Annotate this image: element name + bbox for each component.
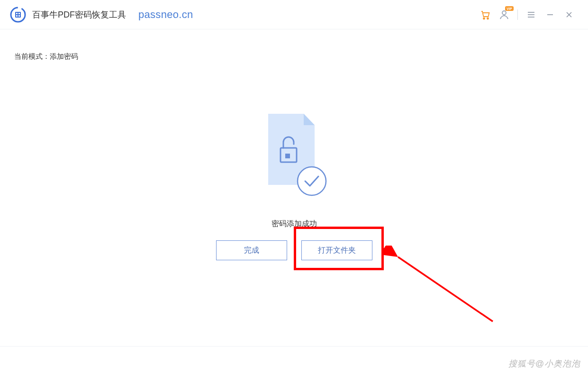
app-title: 百事牛PDF密码恢复工具 bbox=[32, 9, 126, 20]
titlebar: 百事牛PDF密码恢复工具 passneo.cn VIP bbox=[0, 0, 588, 29]
minimize-icon[interactable] bbox=[541, 5, 560, 24]
svg-rect-4 bbox=[16, 15, 18, 17]
svg-point-6 bbox=[483, 18, 485, 19]
status-text: 密码添加成功 bbox=[271, 219, 317, 229]
svg-text:VIP: VIP bbox=[507, 7, 512, 10]
user-vip-icon[interactable]: VIP bbox=[495, 5, 514, 24]
svg-rect-1 bbox=[15, 12, 21, 18]
titlebar-divider bbox=[517, 9, 518, 20]
titlebar-left: 百事牛PDF密码恢复工具 passneo.cn bbox=[9, 6, 193, 23]
app-domain: passneo.cn bbox=[138, 9, 193, 21]
close-icon[interactable] bbox=[560, 5, 579, 24]
svg-point-7 bbox=[487, 18, 488, 19]
mode-label: 当前模式：添加密码 bbox=[14, 52, 78, 61]
svg-rect-5 bbox=[18, 15, 20, 17]
svg-rect-18 bbox=[285, 154, 290, 158]
footer-divider bbox=[0, 346, 588, 347]
cart-icon[interactable] bbox=[476, 5, 495, 24]
open-folder-button[interactable]: 打开文件夹 bbox=[301, 240, 372, 260]
file-unlock-illustration bbox=[259, 110, 330, 200]
titlebar-right: VIP bbox=[476, 5, 579, 24]
app-logo-icon bbox=[9, 6, 27, 23]
annotation-arrow bbox=[384, 246, 507, 331]
menu-icon[interactable] bbox=[522, 5, 541, 24]
svg-point-8 bbox=[502, 11, 506, 15]
content-area: 当前模式：添加密码 密码添加成功 完成 打开文件夹 bbox=[0, 29, 588, 375]
svg-line-20 bbox=[398, 257, 493, 321]
done-button[interactable]: 完成 bbox=[216, 240, 287, 260]
svg-rect-2 bbox=[16, 13, 18, 14]
watermark: 搜狐号@小奥泡泡 bbox=[508, 358, 580, 369]
center-area: 密码添加成功 完成 打开文件夹 bbox=[216, 110, 372, 260]
button-row: 完成 打开文件夹 bbox=[216, 240, 372, 260]
svg-point-19 bbox=[298, 167, 326, 195]
svg-rect-3 bbox=[18, 13, 20, 14]
